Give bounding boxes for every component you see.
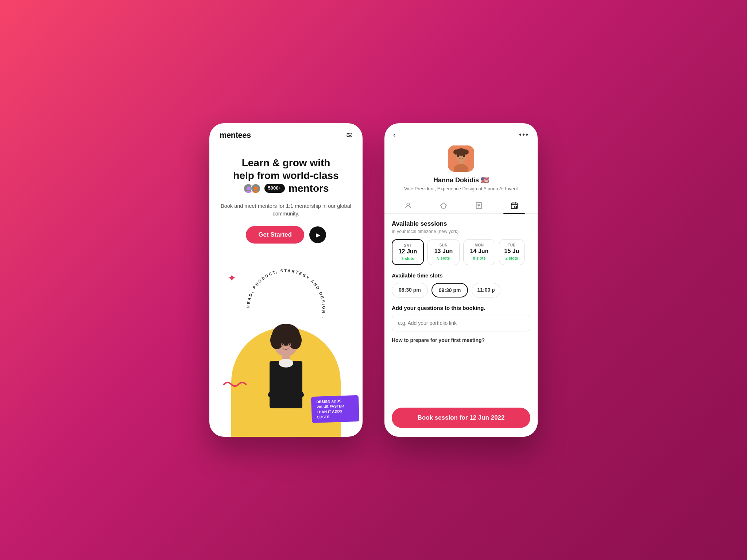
more-button[interactable]: ••• [519,131,529,139]
get-started-button[interactable]: Get Started [246,226,304,244]
sessions-title: Available sessions [392,220,530,228]
svg-text:HEAD, PRODUCT, STARTEGY AND DE: HEAD, PRODUCT, STARTEGY AND DESIGN · [246,268,326,319]
svg-point-18 [289,343,290,345]
svg-point-23 [455,148,467,156]
date-num-sun: 13 Jun [431,248,456,254]
headline-line2: help from world-class [233,170,338,181]
back-button[interactable]: ‹ [393,131,396,139]
phone1-header: mentees ≋ [209,123,363,146]
date-day-tue: TUE [502,243,521,247]
play-button[interactable]: ▶ [309,226,326,243]
headline-line1: Learn & grow with [242,157,330,168]
date-slots-sat: 3 slots [395,256,420,261]
hero-subtitle: Book and meet mentors for 1:1 mentorship… [220,202,352,218]
avatar-2 [251,183,261,194]
date-slots-sun: 5 slots [431,256,456,260]
hero-image-area: HEAD, PRODUCT, STARTEGY AND DESIGN · ✦ [209,250,363,437]
date-card-sat[interactable]: SAT 12 Jun 3 slots [392,239,424,265]
svg-rect-24 [459,160,463,164]
book-btn-container: Book session for 12 Jun 2022 [384,403,538,437]
svg-point-3 [252,191,259,194]
tab-note[interactable] [461,198,496,213]
svg-point-1 [245,191,251,194]
svg-point-2 [253,186,257,190]
date-slots-mon: 8 slots [467,256,492,260]
svg-point-37 [514,206,516,208]
profile-section: Hanna Dokidis 🇺🇸 Vice President, Experie… [384,143,538,198]
tab-bar [384,198,538,214]
avatar-stack [243,183,261,194]
play-icon: ▶ [316,232,320,238]
date-num-mon: 14 Jun [467,248,492,254]
date-day-sun: SUN [431,243,456,247]
svg-point-8 [289,331,302,349]
svg-rect-10 [270,361,302,408]
svg-point-17 [282,343,283,345]
questions-label: Add your questions to this booking. [392,305,530,311]
date-slots-row: SAT 12 Jun 3 slots SUN 13 Jun 5 slots MO… [392,239,530,265]
sessions-subtitle: In your local timezone (new york) [392,229,530,234]
date-card-sun[interactable]: SUN 13 Jun 5 slots [427,239,460,265]
svg-point-14 [279,359,293,368]
time-slots-label: Available time slots [392,272,530,279]
sparkle-icon: ✦ [228,272,236,284]
time-slot-830[interactable]: 08:30 pm [392,283,428,298]
time-slots-row: 08:30 pm 09:30 pm 11:00 p [392,283,530,298]
prepare-label: How to prepare for your first meeting? [392,337,530,343]
svg-point-0 [246,186,250,190]
profile-name: Hanna Dokidis 🇺🇸 [433,176,489,184]
questions-input[interactable] [392,315,530,331]
phone-2-booking: ‹ ••• Hanna Do [384,123,538,437]
hero-headline: Learn & grow with help from world-class … [220,156,352,197]
profile-avatar [448,145,474,172]
tab-hat[interactable] [426,198,461,213]
svg-point-26 [457,155,459,157]
mentor-count-pill: 5000+ [264,184,285,192]
tab-calendar[interactable] [496,198,532,213]
svg-line-38 [516,208,517,209]
time-slot-930[interactable]: 09:30 pm [431,283,468,298]
cta-row: Get Started ▶ [220,226,352,244]
svg-point-28 [407,203,409,206]
svg-point-27 [463,155,465,157]
mentor-count-badge: 5000+ mentors [243,182,329,195]
svg-rect-13 [271,391,301,399]
avatar-svg [448,145,474,172]
profile-title: Vice President, Experience Design at Alp… [404,186,518,192]
date-num-tue: 15 Ju [502,248,521,254]
date-num-sat: 12 Jun [395,248,420,255]
phone2-top-bar: ‹ ••• [384,123,538,143]
date-card-tue[interactable]: TUE 15 Ju 2 slots [499,239,525,265]
svg-point-7 [270,331,283,349]
date-day-mon: MON [467,243,492,247]
date-slots-tue: 2 slots [502,256,521,260]
phone-1-mentees: mentees ≋ Learn & grow with help from wo… [209,123,363,437]
booking-content: Available sessions In your local timezon… [384,214,538,403]
design-tag: DESIGN ADDS VALUE FASTER THAN IT ADDS CO… [311,395,359,423]
date-day-sat: SAT [395,244,420,248]
menu-icon[interactable]: ≋ [346,131,352,140]
phone1-content: Learn & grow with help from world-class … [209,146,363,250]
headline-line3: mentors [289,182,329,195]
tab-profile[interactable] [390,198,426,213]
mentees-logo: mentees [220,131,251,140]
book-session-button[interactable]: Book session for 12 Jun 2022 [392,408,530,428]
date-card-mon[interactable]: MON 14 Jun 8 slots [463,239,495,265]
squiggle-decoration [220,381,249,400]
time-slot-1100[interactable]: 11:00 p [472,283,500,298]
